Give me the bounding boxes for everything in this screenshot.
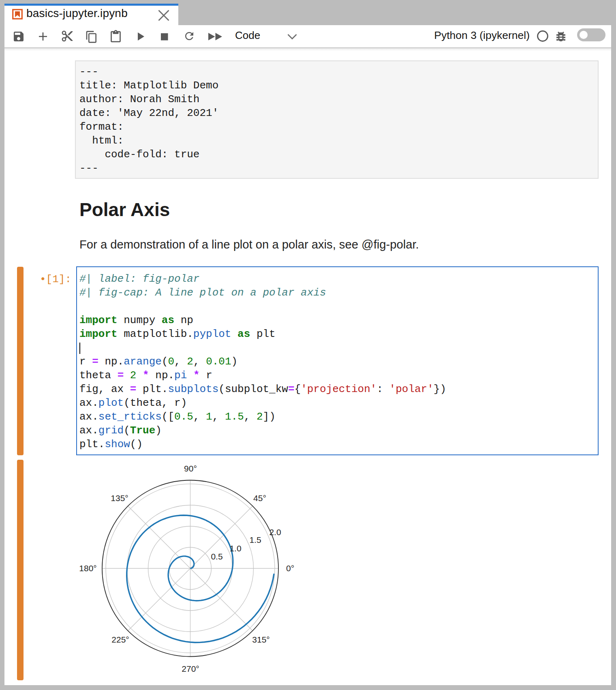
- svg-text:270°: 270°: [182, 664, 199, 673]
- svg-text:0°: 0°: [286, 564, 294, 573]
- svg-text:180°: 180°: [79, 564, 96, 573]
- svg-text:2.0: 2.0: [269, 527, 281, 537]
- svg-text:1.0: 1.0: [229, 544, 241, 553]
- svg-text:225°: 225°: [111, 635, 129, 644]
- svg-text:135°: 135°: [111, 493, 128, 503]
- svg-text:90°: 90°: [184, 464, 197, 473]
- svg-text:1.5: 1.5: [249, 535, 261, 544]
- svg-text:0.5: 0.5: [211, 552, 222, 561]
- svg-text:315°: 315°: [252, 635, 270, 644]
- svg-text:45°: 45°: [253, 493, 266, 503]
